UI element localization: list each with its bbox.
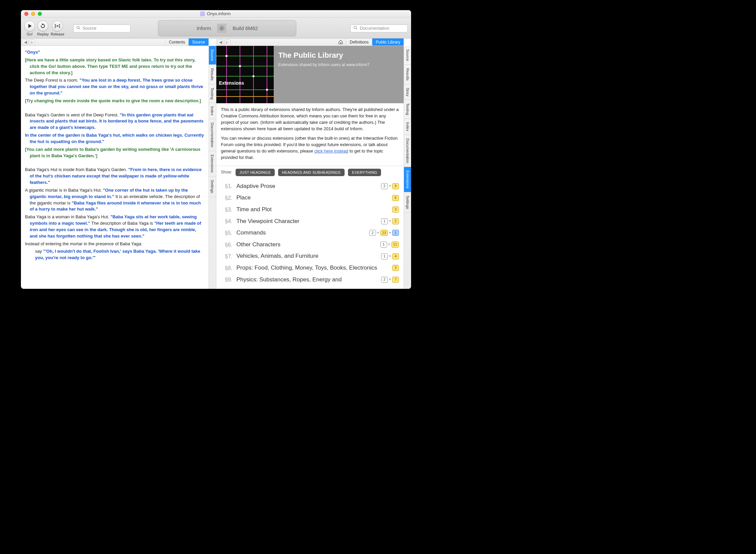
svg-line-4 (356, 28, 357, 29)
section-title: Vehicles, Animals, and Furniture (237, 252, 377, 260)
section-badges: 2+9 (381, 183, 399, 189)
map-label: Extensions (219, 80, 244, 86)
section-row[interactable]: §9.Physics: Substances, Ropes, Energy an… (221, 274, 399, 286)
subtab-contents[interactable]: Contents (165, 38, 188, 46)
subtab-definitions[interactable]: Definitions (346, 38, 372, 46)
section-number: §1. (221, 182, 233, 190)
filter-chip[interactable]: HEADINGS AND SUBHEADINGS (278, 169, 345, 176)
count-badge[interactable]: 1 (381, 253, 388, 259)
count-badge[interactable]: 7 (392, 277, 399, 283)
section-row[interactable]: §5.Commands2+23+1 (221, 227, 399, 239)
close-icon[interactable] (24, 12, 28, 16)
comment: [Here we have a little sample story base… (25, 57, 205, 76)
library-para2: You can review or discuss extensions (ot… (221, 135, 399, 161)
minimize-icon[interactable] (31, 12, 35, 16)
search-documentation[interactable]: Documentation (350, 24, 408, 32)
sidetab-testing[interactable]: Testing (404, 100, 411, 119)
filter-chip[interactable]: JUST HEADINGS (236, 169, 275, 176)
section-title: Adaptive Prose (237, 182, 377, 191)
sidetab-index[interactable]: Index (209, 103, 216, 119)
nav-back[interactable]: ◀ (218, 39, 224, 45)
sidetab-results[interactable]: Results (404, 65, 411, 84)
source-line: Baba Yaga's Hut is inside from Baba Yaga… (25, 167, 205, 186)
broadcast-icon (55, 23, 60, 29)
sidetab-results[interactable]: Results (209, 65, 216, 84)
subtab-source[interactable]: Source (188, 38, 208, 46)
count-badge[interactable]: 2 (381, 183, 388, 189)
source-line: A gigantic mortar is in Baba Yaga's Hut.… (25, 187, 205, 213)
window-title-text: Onyx.inform (207, 11, 231, 16)
sidetab-source[interactable]: Source (209, 46, 216, 65)
section-badges: 1+2 (381, 218, 399, 224)
count-badge[interactable]: 1 (381, 218, 388, 224)
traffic-lights (24, 12, 42, 16)
window-title: Onyx.inform (42, 11, 389, 16)
search-doc-placeholder: Documentation (360, 26, 389, 31)
section-number: §9. (221, 276, 233, 283)
section-number: §7. (221, 252, 233, 260)
sidetab-testing[interactable]: Testing (209, 84, 216, 103)
count-badge[interactable]: 3 (392, 206, 399, 213)
section-row[interactable]: §8.Props: Food, Clothing, Money, Toys, B… (221, 262, 399, 274)
count-badge[interactable]: 2 (392, 218, 399, 224)
source-line: Baba Yaga's Garden is west of the Deep F… (25, 112, 205, 131)
nav-forward[interactable]: ▶ (29, 39, 35, 45)
sidetab-documentation[interactable]: Documentation (404, 135, 411, 167)
sidetab-source[interactable]: Source (404, 46, 411, 65)
source-editor[interactable]: "Onyx" [Here we have a little sample sto… (21, 46, 209, 289)
replay-icon (40, 23, 46, 29)
app-window: Onyx.inform Go! Replay Release Source (21, 10, 411, 289)
search-source-placeholder: Source (83, 26, 97, 31)
count-badge[interactable]: 11 (392, 242, 399, 248)
section-row[interactable]: §6.Other Characters1+11 (221, 239, 399, 251)
source-line: say "'Oh, I wouldn't do that, Foolish Iv… (35, 248, 205, 261)
zoom-icon[interactable] (38, 12, 42, 16)
sidetab-settings[interactable]: Settings (404, 192, 411, 213)
sidetab-documentation[interactable]: Documentation (209, 119, 216, 151)
sidetab-extensions[interactable]: Extensions (404, 167, 411, 192)
home-button[interactable] (336, 39, 345, 45)
titlebar: Onyx.inform (21, 10, 411, 18)
section-row[interactable]: §3.Time and Plot3 (221, 204, 399, 216)
section-title: Place (237, 194, 388, 202)
search-icon (76, 26, 81, 31)
sidetab-settings[interactable]: Settings (209, 176, 216, 197)
plus-separator: + (389, 218, 391, 224)
release-button[interactable]: Release (51, 21, 64, 36)
replay-button[interactable]: Replay (37, 21, 49, 36)
section-row[interactable]: §7.Vehicles, Animals, and Furniture1+4 (221, 250, 399, 262)
release-label: Release (51, 32, 64, 36)
filter-chip[interactable]: EVERYTHING (348, 169, 381, 176)
section-row[interactable]: §4.The Viewpoint Character1+2 (221, 216, 399, 227)
section-badges: 2+23+1 (369, 230, 399, 236)
count-badge[interactable]: 2 (381, 277, 388, 283)
count-badge[interactable]: 3 (392, 265, 399, 271)
svg-point-6 (239, 65, 241, 67)
section-number: §5. (221, 229, 233, 237)
count-badge[interactable]: 1 (392, 230, 399, 236)
section-row[interactable]: §1.Adaptive Prose2+9 (221, 181, 399, 192)
go-button[interactable]: Go! (24, 21, 35, 36)
section-row[interactable]: §2.Place6 (221, 192, 399, 204)
section-badges: 3 (392, 206, 399, 213)
count-badge[interactable]: 1 (380, 242, 387, 248)
sidetab-index[interactable]: Index (404, 119, 411, 135)
count-badge[interactable]: 2 (369, 230, 376, 236)
click-here-link[interactable]: click here instead (314, 148, 348, 154)
svg-point-7 (252, 75, 254, 77)
section-badges: 6 (392, 195, 399, 201)
search-source[interactable]: Source (73, 24, 131, 32)
nav-forward[interactable]: ▶ (224, 39, 231, 45)
section-title: Other Characters (237, 241, 376, 249)
sidetab-story[interactable]: Story (404, 84, 411, 100)
svg-point-1 (77, 26, 79, 28)
subtab-public-library[interactable]: Public Library (372, 38, 404, 46)
sidetab-extensions[interactable]: Extensions (209, 151, 216, 176)
right-sidetabs: SourceResultsStoryTestingIndexDocumentat… (404, 46, 411, 289)
count-badge[interactable]: 9 (392, 183, 399, 189)
source-line: Baba Yaga is a woman in Baba Yaga's Hut.… (25, 214, 205, 239)
nav-back[interactable]: ◀ (22, 39, 28, 45)
count-badge[interactable]: 4 (392, 253, 399, 259)
count-badge[interactable]: 6 (392, 195, 399, 201)
count-badge[interactable]: 23 (380, 230, 388, 236)
